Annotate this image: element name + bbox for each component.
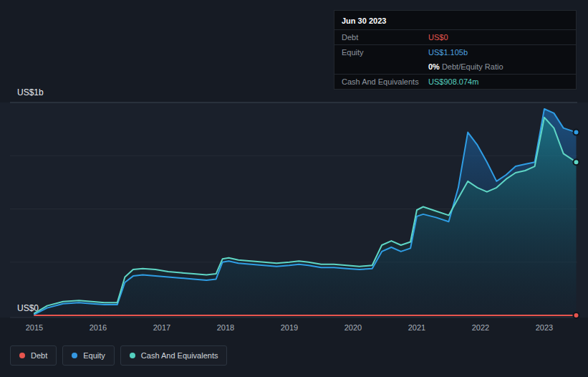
tooltip-date: Jun 30 2023	[334, 11, 576, 30]
debt-equity-history-chart: US$1b US$0 20152016201720182019202020212…	[0, 0, 588, 377]
area-cash	[34, 118, 577, 315]
x-tick-label: 2018	[217, 323, 234, 332]
tooltip-row-cash: Cash And Equivalents US$908.074m	[334, 75, 576, 89]
chart-legend: DebtEquityCash And Equivalents	[10, 345, 227, 366]
tooltip-ratio-value: 0%	[428, 62, 440, 71]
end-dot-equity	[574, 130, 579, 135]
tooltip-cash-value: US$908.074m	[428, 77, 569, 86]
tooltip-cash-label: Cash And Equivalents	[342, 77, 428, 86]
x-tick-label: 2015	[26, 323, 43, 332]
legend-item-debt[interactable]: Debt	[10, 345, 57, 366]
tooltip-debt-label: Debt	[342, 33, 428, 42]
x-tick-label: 2019	[281, 323, 298, 332]
tooltip-row-debt: Debt US$0	[334, 30, 576, 45]
x-tick-label: 2022	[472, 323, 489, 332]
legend-dot-icon	[72, 353, 77, 358]
legend-item-equity[interactable]: Equity	[62, 345, 115, 366]
legend-item-cash-and-equivalents[interactable]: Cash And Equivalents	[120, 345, 228, 366]
tooltip-ratio-text: Debt/Equity Ratio	[442, 62, 503, 71]
tooltip-equity-value: US$1.105b	[428, 48, 569, 57]
x-tick-label: 2016	[90, 323, 107, 332]
tooltip-equity-label: Equity	[342, 48, 428, 57]
x-tick-label: 2020	[344, 323, 362, 332]
legend-label: Debt	[31, 351, 47, 360]
x-tick-label: 2023	[536, 323, 553, 332]
legend-dot-icon	[19, 353, 25, 358]
legend-dot-icon	[130, 353, 135, 358]
chart-svg[interactable]: 201520162017201820192020202120222023	[10, 86, 583, 335]
chart-tooltip: Jun 30 2023 Debt US$0 Equity US$1.105b 0…	[334, 10, 577, 90]
end-dot-cash	[574, 159, 579, 165]
tooltip-row-equity: Equity US$1.105b	[334, 45, 576, 59]
end-dot-debt	[574, 312, 579, 318]
x-tick-label: 2017	[153, 323, 170, 332]
x-tick-label: 2021	[408, 323, 425, 332]
legend-label: Cash And Equivalents	[141, 351, 218, 360]
tooltip-row-ratio: 0%Debt/Equity Ratio	[334, 59, 576, 75]
legend-label: Equity	[83, 351, 105, 360]
tooltip-debt-value: US$0	[428, 33, 569, 42]
